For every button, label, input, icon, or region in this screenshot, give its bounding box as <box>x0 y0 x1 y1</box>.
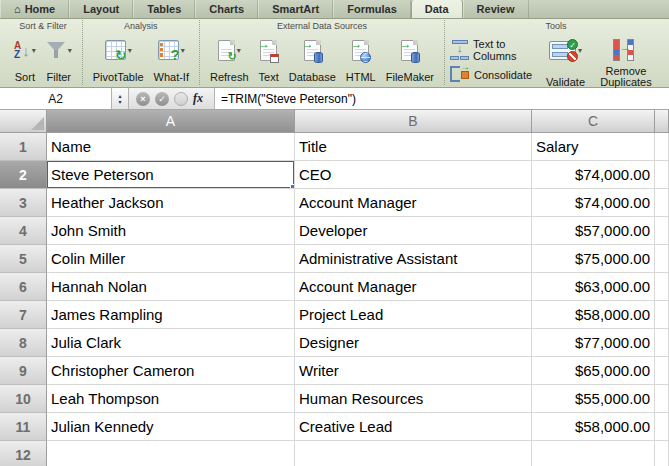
cell-c8[interactable]: $77,000.00 <box>532 329 655 357</box>
cell-c10[interactable]: $55,000.00 <box>532 385 655 413</box>
cell-d8[interactable] <box>655 329 669 357</box>
ribbon-group-analysis: Analysis ↻ ▾ PivotTable ? ▾ What-If <box>83 20 200 85</box>
tab-layout[interactable]: Layout <box>69 0 133 18</box>
row-header-1[interactable]: 1 <box>0 133 47 161</box>
import-text-button[interactable]: → Text <box>254 33 284 85</box>
cell-c1[interactable]: Salary <box>532 133 655 161</box>
cell-c2[interactable]: $74,000.00 <box>532 161 655 189</box>
tab-review[interactable]: Review <box>463 0 529 18</box>
sort-az-icon: AZ ↓ <box>14 41 30 59</box>
cell-a8[interactable]: Julia Clark <box>47 329 295 357</box>
consolidate-button[interactable]: → Consolidate <box>450 65 541 85</box>
cell-a7[interactable]: James Rampling <box>47 301 295 329</box>
dropdown-arrow-icon: ▾ <box>32 46 36 55</box>
cell-a12[interactable] <box>47 441 295 466</box>
column-header-d[interactable] <box>655 110 669 133</box>
formula-input[interactable]: =TRIM("Steve Peterson") <box>214 88 669 109</box>
cell-d3[interactable] <box>655 189 669 217</box>
cell-d5[interactable] <box>655 245 669 273</box>
cell-b11[interactable]: Creative Lead <box>295 413 532 441</box>
cell-b9[interactable]: Writer <box>295 357 532 385</box>
filter-button[interactable]: ▾ Filter <box>41 33 77 85</box>
formula-builder-button[interactable] <box>174 92 188 106</box>
cell-b2[interactable]: CEO <box>295 161 532 189</box>
row-header-3[interactable]: 3 <box>0 189 47 217</box>
cell-d4[interactable] <box>655 217 669 245</box>
cell-b3[interactable]: Account Manager <box>295 189 532 217</box>
cell-d9[interactable] <box>655 357 669 385</box>
pivottable-button[interactable]: ↻ ▾ PivotTable <box>88 33 149 85</box>
cell-d7[interactable] <box>655 301 669 329</box>
cell-b8[interactable]: Designer <box>295 329 532 357</box>
text-to-columns-button[interactable]: ↓ Text to Columns <box>450 38 541 62</box>
tab-tables[interactable]: Tables <box>133 0 195 18</box>
cancel-entry-button[interactable]: × <box>136 92 150 106</box>
row-header-2[interactable]: 2 <box>0 161 47 189</box>
cell-a3[interactable]: Heather Jackson <box>47 189 295 217</box>
cell-d1[interactable] <box>655 133 669 161</box>
cell-a10[interactable]: Leah Thompson <box>47 385 295 413</box>
remove-duplicates-icon: → <box>613 39 639 61</box>
row-header-6[interactable]: 6 <box>0 273 47 301</box>
cell-a1[interactable]: Name <box>47 133 295 161</box>
tab-home[interactable]: ⌂ Home <box>0 0 69 18</box>
tab-smartart[interactable]: SmartArt <box>258 0 333 18</box>
cell-c6[interactable]: $63,000.00 <box>532 273 655 301</box>
row-header-12[interactable]: 12 <box>0 441 47 466</box>
cell-d10[interactable] <box>655 385 669 413</box>
cell-c3[interactable]: $74,000.00 <box>532 189 655 217</box>
import-database-button[interactable]: → Database <box>284 33 341 85</box>
table-row: 9 Christopher Cameron Writer $65,000.00 <box>0 357 669 385</box>
cell-b7[interactable]: Project Lead <box>295 301 532 329</box>
cell-a9[interactable]: Christopher Cameron <box>47 357 295 385</box>
cell-b1[interactable]: Title <box>295 133 532 161</box>
refresh-button[interactable]: ↻ ▾ Refresh <box>205 33 254 85</box>
cell-a6[interactable]: Hannah Nolan <box>47 273 295 301</box>
cell-c7[interactable]: $58,000.00 <box>532 301 655 329</box>
cell-c4[interactable]: $57,000.00 <box>532 217 655 245</box>
name-box[interactable]: A2 <box>0 88 112 109</box>
cell-d6[interactable] <box>655 273 669 301</box>
validate-button[interactable]: ✓ ▾ Validate <box>541 33 590 90</box>
confirm-entry-button[interactable]: ✓ <box>155 92 169 106</box>
cell-b4[interactable]: Developer <box>295 217 532 245</box>
row-header-5[interactable]: 5 <box>0 245 47 273</box>
tab-formulas[interactable]: Formulas <box>333 0 411 18</box>
tab-label: Review <box>477 3 515 15</box>
tab-charts[interactable]: Charts <box>195 0 258 18</box>
row-header-7[interactable]: 7 <box>0 301 47 329</box>
row-header-11[interactable]: 11 <box>0 413 47 441</box>
cell-d11[interactable] <box>655 413 669 441</box>
cell-c11[interactable]: $58,000.00 <box>532 413 655 441</box>
remove-duplicates-button[interactable]: → Remove Duplicates <box>590 33 662 90</box>
cell-d12[interactable] <box>655 441 669 466</box>
cell-d2[interactable] <box>655 161 669 189</box>
what-if-button[interactable]: ? ▾ What-If <box>149 33 194 85</box>
tab-data[interactable]: Data <box>411 0 463 18</box>
row-header-4[interactable]: 4 <box>0 217 47 245</box>
text-to-columns-icon: ↓ <box>450 40 469 60</box>
cell-b10[interactable]: Human Resources <box>295 385 532 413</box>
cell-c9[interactable]: $65,000.00 <box>532 357 655 385</box>
sort-button[interactable]: AZ ↓ ▾ Sort <box>9 33 41 85</box>
column-header-c[interactable]: C <box>532 110 655 133</box>
cell-a5[interactable]: Colin Miller <box>47 245 295 273</box>
cell-a2-selected[interactable]: Steve Peterson <box>47 161 295 189</box>
column-header-b[interactable]: B <box>295 110 532 133</box>
group-title: Tools <box>450 20 662 33</box>
select-all-corner[interactable] <box>0 110 47 133</box>
cell-b5[interactable]: Administrative Assistant <box>295 245 532 273</box>
import-html-button[interactable]: → HTML <box>341 33 381 85</box>
cell-a4[interactable]: John Smith <box>47 217 295 245</box>
cell-c12[interactable] <box>532 441 655 466</box>
cell-b12[interactable] <box>295 441 532 466</box>
column-header-a[interactable]: A <box>47 110 295 133</box>
cell-b6[interactable]: Account Manager <box>295 273 532 301</box>
name-box-stepper[interactable]: ▴ ▾ <box>112 88 129 109</box>
row-header-9[interactable]: 9 <box>0 357 47 385</box>
row-header-8[interactable]: 8 <box>0 329 47 357</box>
cell-a11[interactable]: Julian Kennedy <box>47 413 295 441</box>
import-filemaker-button[interactable]: → FileMaker <box>381 33 439 85</box>
cell-c5[interactable]: $75,000.00 <box>532 245 655 273</box>
row-header-10[interactable]: 10 <box>0 385 47 413</box>
